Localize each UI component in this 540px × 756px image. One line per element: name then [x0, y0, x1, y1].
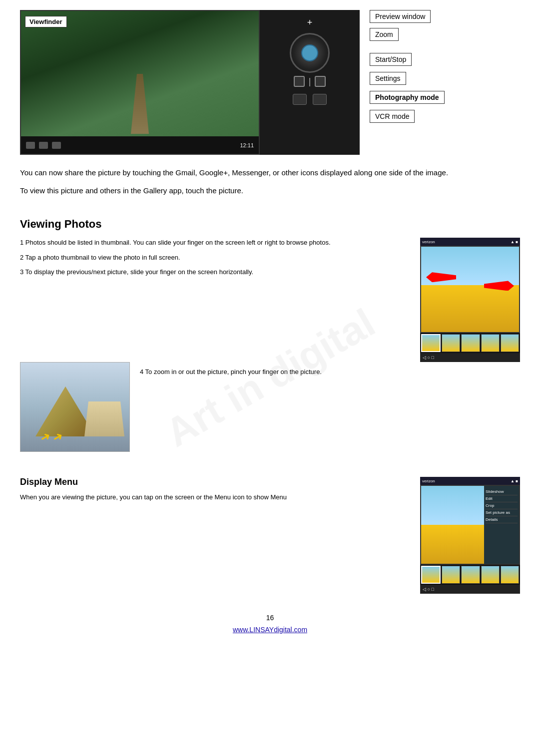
display-phone-screen: Slideshow Edit Crop Set picture as Detai…: [420, 485, 520, 565]
nav-back-icon: [26, 142, 35, 149]
camera-viewfinder: Viewfinder 12:11: [20, 10, 260, 155]
sunflower-bg: [421, 285, 519, 332]
pyramid-photo: ➜ ➜: [20, 362, 130, 452]
thumbnail-5: [501, 334, 519, 352]
camera-labels-panel: Preview window Zoom Start/Stop Settings …: [360, 10, 520, 126]
gallery-text: To view this picture and others in the G…: [20, 185, 520, 197]
display-menu-text-area: Display Menu When you are viewing the pi…: [20, 477, 410, 502]
thumbnail-3: [461, 334, 480, 352]
display-thumbnail-5: [501, 566, 519, 584]
shutter-button[interactable]: [290, 33, 330, 73]
start-stop-label-box: Start/Stop: [370, 53, 412, 66]
display-sky-bg: [421, 486, 484, 525]
menu-item-details: Details: [486, 516, 518, 523]
share-text: You can now share the picture by touchin…: [20, 167, 520, 179]
status-time: 12:11: [240, 142, 254, 148]
camera-mode-row: |: [294, 76, 326, 87]
display-phone-carrier: verizon: [422, 479, 435, 483]
menu-item-slideshow: Slideshow: [486, 488, 518, 495]
settings-label-box: Settings: [370, 72, 406, 85]
page-footer: 16 www.LINSAYdigital.com: [20, 614, 520, 634]
camera-diagram: Viewfinder 12:11 + | Preview window Zoom: [20, 10, 520, 155]
menu-item-set-picture: Set picture as: [486, 509, 518, 516]
mode-icon-1: [294, 76, 305, 87]
nav-home-icon: [39, 142, 48, 149]
phone-icons: ▲ ■: [511, 240, 518, 244]
phone-status-bar-top: verizon ▲ ■: [420, 238, 520, 246]
display-thumbnail-2: [442, 566, 460, 584]
display-phone-nav: ◁ ○ □: [423, 587, 434, 592]
phone-carrier: verizon: [422, 240, 435, 244]
viewing-photos-section: Viewing Photos 1 Photos should be listed…: [20, 218, 520, 452]
step-2-text: 2 Tap a photo thumbnail to view the phot…: [20, 253, 410, 263]
separator-icon: |: [309, 76, 311, 87]
thumbnail-2: [442, 334, 460, 352]
viewing-steps-text: 1 Photos should be listed in thumbnail. …: [20, 238, 410, 282]
display-phone-bottom-bar: ◁ ○ □: [420, 585, 520, 594]
thumbnail-1: [421, 334, 441, 352]
photo-thumbnails-strip: [420, 333, 520, 353]
menu-item-edit: Edit: [486, 495, 518, 502]
thumbnail-4: [481, 334, 500, 352]
display-menu-phone-screenshot: verizon ▲ ■ Slideshow Edit Crop Set pict…: [420, 477, 520, 594]
display-phone-icons: ▲ ■: [511, 479, 518, 483]
display-menu-title: Display Menu: [20, 477, 410, 487]
zoom-plus-icon: +: [295, 15, 325, 30]
mode-icon-2: [315, 76, 326, 87]
camera-switch-icon: [313, 94, 327, 105]
website-link[interactable]: www.LINSAYdigital.com: [233, 626, 307, 634]
photography-mode-label-box: Photography mode: [370, 91, 445, 104]
display-thumbnail-1: [421, 566, 441, 584]
viewing-photos-title: Viewing Photos: [20, 218, 520, 231]
step-3-text: 3 To display the previous/next picture, …: [20, 267, 410, 277]
phone-nav-icons: ◁ ○ □: [423, 355, 434, 360]
camera-controls-panel: + |: [260, 10, 360, 155]
display-thumbnail-3: [461, 566, 480, 584]
pinch-arrows: ➜ ➜: [40, 430, 63, 444]
display-thumbnail-4: [481, 566, 500, 584]
nav-recent-icon: [52, 142, 61, 149]
display-phone-top-bar: verizon ▲ ■: [420, 477, 520, 485]
viewing-phone-screenshot: verizon ▲ ■ ◁ ○ □: [420, 238, 520, 362]
display-menu-overlay: Slideshow Edit Crop Set picture as Detai…: [484, 486, 519, 564]
zoom-label-box: Zoom: [370, 28, 399, 41]
display-thumbnails-strip: [420, 565, 520, 585]
building-shape: [84, 401, 124, 436]
phone-gallery-screen: [420, 246, 520, 333]
display-menu-layout: Display Menu When you are viewing the pi…: [20, 477, 520, 594]
display-menu-section: Display Menu When you are viewing the pi…: [20, 477, 520, 594]
display-menu-description: When you are viewing the picture, you ca…: [20, 492, 410, 502]
vcr-mode-label-box: VCR mode: [370, 110, 415, 123]
phone-bottom-bar: ◁ ○ □: [420, 353, 520, 362]
camera-gallery-icon: [293, 94, 307, 105]
preview-window-label-box: Preview window: [370, 10, 431, 23]
camera-bottom-icons: [293, 94, 327, 105]
camera-bottom-bar: 12:11: [21, 136, 259, 154]
display-sunflower-bg: [421, 525, 484, 564]
step-1-text: 1 Photos should be listed in thumbnail. …: [20, 238, 410, 248]
hand-arrow-1: ➜: [37, 428, 53, 445]
step-4-text: 4 To zoom in or out the picture, pinch y…: [140, 362, 520, 377]
page-number: 16: [20, 614, 520, 622]
menu-item-crop: Crop: [486, 502, 518, 509]
viewing-layout: 1 Photos should be listed in thumbnail. …: [20, 238, 520, 362]
viewfinder-label: Viewfinder: [25, 16, 67, 27]
zoom-section: ➜ ➜ 4 To zoom in or out the picture, pin…: [20, 362, 520, 452]
